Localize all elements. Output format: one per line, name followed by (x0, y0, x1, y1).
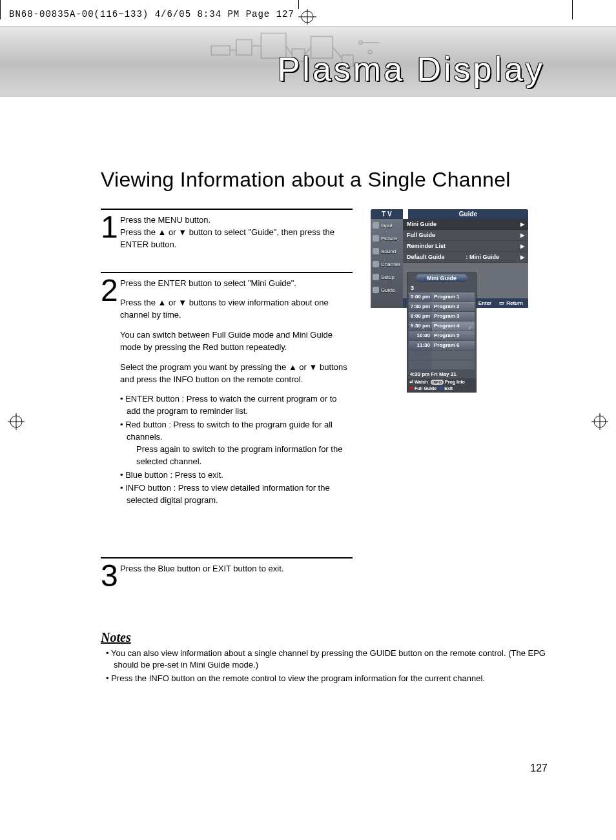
step2-p1: Press the ENTER button to select "Mini G… (120, 278, 349, 290)
osd2-program-row: 5:00 pmProgram 1 (409, 292, 475, 302)
svg-rect-4 (236, 39, 252, 55)
step2-p4: Select the program you want by pressing … (120, 362, 349, 386)
crop-line (0, 0, 1, 19)
step-number: 1 (101, 212, 120, 251)
crop-line (298, 0, 299, 9)
step-body: Press the Blue button or EXIT button to … (120, 563, 349, 591)
guide-icon (373, 287, 379, 293)
bullet-enter: ENTER button : Press to watch the curren… (120, 393, 349, 418)
osd2-time: 7:30 pm (409, 302, 432, 311)
step-3: 3 Press the Blue button or EXIT button t… (101, 557, 353, 591)
chevron-right-icon: ▶ (520, 221, 524, 227)
osd-side-channel: Channel (371, 258, 403, 271)
step2-bullets: ENTER button : Press to watch the curren… (120, 393, 349, 507)
registration-mark-right-icon (591, 413, 608, 430)
input-icon (373, 222, 379, 229)
osd-row-full-guide: Full Guide▶ (403, 230, 528, 241)
sound-icon (373, 248, 379, 254)
picture-icon (373, 235, 379, 241)
step-1: 1 Press the MENU button. Press the ▲ or … (101, 209, 353, 251)
osd2-time: 11:30 pm (409, 341, 432, 350)
step2-p3: You can switch between Full Guide mode a… (120, 329, 349, 354)
osd2-program-list: 5:00 pmProgram 17:30 pmProgram 28:00 pmP… (407, 292, 476, 369)
page-title: Viewing Information about a Single Chann… (101, 168, 546, 192)
step1-line2: Press the ▲ or ▼ button to select "Guide… (120, 227, 349, 251)
osd2-channel: 3 (407, 283, 476, 292)
osd2-program-name: Program 3 (432, 312, 475, 321)
notes-heading: Notes (101, 630, 546, 645)
osd-sidebar: Input Picture Sound Channel Setup Guide (371, 219, 403, 308)
note-1: You can also view information about a si… (101, 648, 546, 672)
osd2-program-name: Program 1 (432, 292, 475, 302)
step2-p2: Press the ▲ or ▼ buttons to view informa… (120, 297, 349, 322)
bullet-blue: Blue button : Press to exit. (120, 469, 349, 482)
note-2: Press the INFO button on the remote cont… (101, 673, 546, 685)
osd-row-default-guide: Default Guide: Mini Guide▶ (403, 252, 528, 263)
notes-section: Notes You can also view information abou… (101, 630, 546, 686)
up-triangle-icon: ▲ (158, 227, 167, 237)
osd2-program-row: 8:00 pmProgram 3 (409, 312, 475, 321)
blue-dot-icon (439, 386, 443, 390)
step1-line1: Press the MENU button. (120, 214, 349, 227)
up-triangle-icon: ▲ (289, 362, 297, 372)
osd-row-mini-guide: Mini Guide▶ (403, 219, 528, 230)
osd-mini-guide: Mini Guide 3 5:00 pmProgram 17:30 pmProg… (407, 272, 477, 393)
channel-icon (373, 261, 379, 267)
osd2-hint-watch: ⏎ Watch (409, 380, 428, 385)
step-body: Press the ENTER button to select "Mini G… (120, 278, 349, 537)
chevron-right-icon: ▶ (520, 232, 524, 238)
setup-icon (373, 274, 379, 280)
osd2-time: 10:00 pm (409, 331, 432, 340)
step-2: 2 Press the ENTER button to select "Mini… (101, 272, 353, 537)
registration-mark-left-icon (8, 413, 25, 430)
osd-tab-tv: T V (371, 209, 403, 219)
osd-side-input: Input (371, 219, 403, 232)
osd-side-sound: Sound (371, 245, 403, 258)
osd2-time: 9:30 pm (409, 322, 432, 331)
crop-mark-top-icon (298, 9, 316, 25)
osd-tab-title: Guide (408, 209, 528, 219)
osd2-program-name: Program 2 (432, 302, 475, 311)
step3-p1: Press the Blue button or EXIT button to … (120, 563, 349, 575)
osd2-time: 8:00 pm (409, 312, 432, 321)
red-dot-icon (409, 386, 413, 390)
osd2-program-row: 9:30 pmProgram 4✓ (409, 322, 475, 331)
down-triangle-icon: ▼ (178, 298, 187, 307)
osd2-hint-info: INFO Prog Info (431, 380, 465, 385)
osd2-hint-exit: Exit (439, 386, 453, 391)
osd2-hint-full: Full Guide (409, 386, 436, 391)
pdf-header-line: BN68-00835A-00(116~133) 4/6/05 8:34 PM P… (9, 9, 294, 19)
osd2-title: Mini Guide (416, 274, 467, 282)
svg-rect-3 (211, 46, 230, 55)
osd-row-reminder: Reminder List▶ (403, 241, 528, 252)
bullet-info: INFO button : Press to view detailed inf… (120, 482, 349, 507)
step-body: Press the MENU button. Press the ▲ or ▼ … (120, 214, 349, 251)
chevron-right-icon: ▶ (520, 243, 524, 249)
osd2-empty-row (409, 360, 475, 369)
osd2-datetime: 4:30 pm Fri May 31 (407, 370, 476, 378)
osd-side-guide: Guide (371, 283, 403, 296)
banner: Plasma Display (0, 26, 616, 97)
step-number: 3 (101, 560, 120, 591)
down-triangle-icon: ▼ (178, 227, 187, 237)
banner-title: Plasma Display (278, 50, 545, 88)
osd2-program-row: 7:30 pmProgram 2 (409, 302, 475, 311)
down-triangle-icon: ▼ (309, 362, 318, 372)
osd2-time: 5:00 pm (409, 292, 432, 302)
osd2-empty-row (409, 351, 475, 360)
up-triangle-icon: ▲ (158, 298, 167, 307)
osd2-program-name: Program 5 (432, 331, 475, 340)
osd-side-picture: Picture (371, 232, 403, 245)
osd2-program-row: 10:00 pmProgram 5 (409, 331, 475, 340)
bullet-red: Red button : Press to switch to the prog… (120, 419, 349, 467)
page-number: 127 (530, 763, 548, 774)
osd-hint-return: Return (499, 300, 523, 306)
osd2-program-name: Program 6 (432, 341, 475, 350)
osd2-program-name: Program 4✓ (432, 322, 475, 331)
step-number: 2 (101, 275, 120, 537)
osd-side-setup: Setup (371, 271, 403, 283)
content-area: Viewing Information about a Single Chann… (101, 168, 546, 686)
chevron-right-icon: ▶ (520, 254, 524, 260)
osd2-program-row: 11:30 pmProgram 6 (409, 341, 475, 350)
osd2-footer: ⏎ Watch INFO Prog Info Full Guide Exit (407, 378, 476, 392)
